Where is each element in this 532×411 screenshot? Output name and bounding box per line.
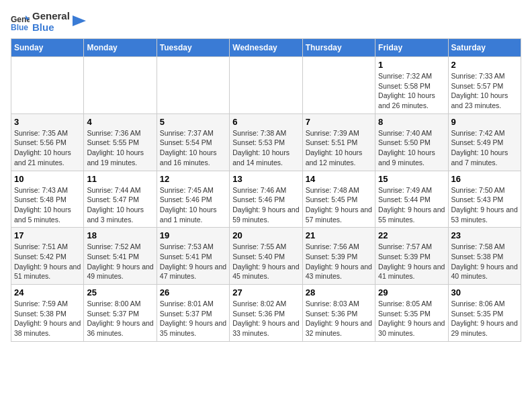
day-info: Sunrise: 7:36 AM Sunset: 5:55 PM Dayligh… <box>87 128 153 168</box>
calendar-cell <box>157 57 229 114</box>
calendar-cell: 21Sunrise: 7:56 AM Sunset: 5:39 PM Dayli… <box>302 228 375 285</box>
calendar-cell: 12Sunrise: 7:45 AM Sunset: 5:46 PM Dayli… <box>157 171 229 228</box>
day-info: Sunrise: 7:53 AM Sunset: 5:41 PM Dayligh… <box>160 242 226 281</box>
calendar-cell: 5Sunrise: 7:37 AM Sunset: 5:54 PM Daylig… <box>157 113 229 171</box>
calendar-cell: 18Sunrise: 7:52 AM Sunset: 5:41 PM Dayli… <box>84 228 157 285</box>
day-number: 28 <box>306 287 372 298</box>
calendar-body: 1Sunrise: 7:32 AM Sunset: 5:58 PM Daylig… <box>11 57 521 342</box>
day-number: 22 <box>378 230 445 240</box>
day-info: Sunrise: 7:56 AM Sunset: 5:39 PM Dayligh… <box>306 242 372 281</box>
day-info: Sunrise: 7:33 AM Sunset: 5:57 PM Dayligh… <box>451 71 518 111</box>
calendar-cell <box>230 57 302 114</box>
calendar-cell: 3Sunrise: 7:35 AM Sunset: 5:56 PM Daylig… <box>11 113 84 171</box>
day-info: Sunrise: 7:32 AM Sunset: 5:58 PM Dayligh… <box>378 71 445 111</box>
calendar-cell: 4Sunrise: 7:36 AM Sunset: 5:55 PM Daylig… <box>84 113 157 171</box>
day-info: Sunrise: 7:40 AM Sunset: 5:50 PM Dayligh… <box>378 128 445 168</box>
day-info: Sunrise: 7:48 AM Sunset: 5:45 PM Dayligh… <box>306 185 372 225</box>
day-number: 18 <box>87 230 153 240</box>
calendar-cell: 14Sunrise: 7:48 AM Sunset: 5:45 PM Dayli… <box>302 171 375 228</box>
day-number: 11 <box>87 174 153 184</box>
day-number: 26 <box>160 287 226 298</box>
day-info: Sunrise: 7:49 AM Sunset: 5:44 PM Dayligh… <box>378 185 445 225</box>
day-number: 21 <box>306 230 372 240</box>
calendar-cell: 11Sunrise: 7:44 AM Sunset: 5:47 PM Dayli… <box>84 171 157 228</box>
calendar-cell: 17Sunrise: 7:51 AM Sunset: 5:42 PM Dayli… <box>11 228 84 285</box>
day-number: 17 <box>14 230 81 240</box>
day-info: Sunrise: 7:43 AM Sunset: 5:48 PM Dayligh… <box>14 185 81 225</box>
calendar-cell: 16Sunrise: 7:50 AM Sunset: 5:43 PM Dayli… <box>448 171 521 228</box>
day-number: 4 <box>87 117 153 127</box>
calendar-week-row: 3Sunrise: 7:35 AM Sunset: 5:56 PM Daylig… <box>11 113 521 171</box>
calendar-cell: 6Sunrise: 7:38 AM Sunset: 5:53 PM Daylig… <box>230 113 302 171</box>
calendar-cell <box>11 57 84 114</box>
day-number: 14 <box>306 174 372 184</box>
weekday-header: Tuesday <box>157 39 229 57</box>
day-number: 30 <box>451 287 518 298</box>
logo-icon: General Blue <box>11 13 30 32</box>
day-number: 5 <box>160 117 226 127</box>
logo: General Blue General Blue <box>11 11 86 33</box>
day-info: Sunrise: 8:01 AM Sunset: 5:37 PM Dayligh… <box>160 299 226 338</box>
weekday-header: Wednesday <box>230 39 302 57</box>
calendar-cell: 13Sunrise: 7:46 AM Sunset: 5:46 PM Dayli… <box>230 171 302 228</box>
day-number: 25 <box>87 287 153 298</box>
calendar-cell: 15Sunrise: 7:49 AM Sunset: 5:44 PM Dayli… <box>375 171 448 228</box>
calendar-cell: 25Sunrise: 8:00 AM Sunset: 5:37 PM Dayli… <box>84 285 157 342</box>
day-info: Sunrise: 7:45 AM Sunset: 5:46 PM Dayligh… <box>160 185 226 225</box>
day-info: Sunrise: 7:57 AM Sunset: 5:39 PM Dayligh… <box>378 242 445 281</box>
day-info: Sunrise: 7:35 AM Sunset: 5:56 PM Dayligh… <box>14 128 81 168</box>
day-info: Sunrise: 7:59 AM Sunset: 5:38 PM Dayligh… <box>14 299 81 338</box>
calendar-week-row: 17Sunrise: 7:51 AM Sunset: 5:42 PM Dayli… <box>11 228 521 285</box>
day-info: Sunrise: 7:55 AM Sunset: 5:40 PM Dayligh… <box>232 242 299 281</box>
calendar-cell: 30Sunrise: 8:06 AM Sunset: 5:35 PM Dayli… <box>448 285 521 342</box>
day-number: 16 <box>451 174 518 184</box>
day-info: Sunrise: 7:46 AM Sunset: 5:46 PM Dayligh… <box>232 185 299 225</box>
calendar-cell: 9Sunrise: 7:42 AM Sunset: 5:49 PM Daylig… <box>448 113 521 171</box>
day-number: 9 <box>451 117 518 127</box>
weekday-header: Thursday <box>302 39 375 57</box>
calendar-week-row: 10Sunrise: 7:43 AM Sunset: 5:48 PM Dayli… <box>11 171 521 228</box>
calendar-week-row: 24Sunrise: 7:59 AM Sunset: 5:38 PM Dayli… <box>11 285 521 342</box>
calendar-cell: 27Sunrise: 8:02 AM Sunset: 5:36 PM Dayli… <box>230 285 302 342</box>
day-number: 7 <box>306 117 372 127</box>
day-info: Sunrise: 7:37 AM Sunset: 5:54 PM Dayligh… <box>160 128 226 168</box>
calendar-cell: 20Sunrise: 7:55 AM Sunset: 5:40 PM Dayli… <box>230 228 302 285</box>
day-number: 20 <box>232 230 299 240</box>
calendar-cell: 1Sunrise: 7:32 AM Sunset: 5:58 PM Daylig… <box>375 57 448 114</box>
day-info: Sunrise: 7:50 AM Sunset: 5:43 PM Dayligh… <box>451 185 518 225</box>
calendar-cell: 19Sunrise: 7:53 AM Sunset: 5:41 PM Dayli… <box>157 228 229 285</box>
calendar-cell <box>84 57 157 114</box>
calendar-cell: 29Sunrise: 8:05 AM Sunset: 5:35 PM Dayli… <box>375 285 448 342</box>
day-number: 8 <box>378 117 445 127</box>
weekday-header: Friday <box>375 39 448 57</box>
day-number: 24 <box>14 287 81 298</box>
day-number: 29 <box>378 287 445 298</box>
calendar-table: SundayMondayTuesdayWednesdayThursdayFrid… <box>11 38 521 342</box>
calendar-cell: 28Sunrise: 8:03 AM Sunset: 5:36 PM Dayli… <box>302 285 375 342</box>
day-info: Sunrise: 8:02 AM Sunset: 5:36 PM Dayligh… <box>232 299 299 338</box>
weekday-header: Sunday <box>11 39 84 57</box>
day-info: Sunrise: 8:00 AM Sunset: 5:37 PM Dayligh… <box>87 299 153 338</box>
day-number: 12 <box>160 174 226 184</box>
calendar-header-row: SundayMondayTuesdayWednesdayThursdayFrid… <box>11 39 521 57</box>
day-info: Sunrise: 8:06 AM Sunset: 5:35 PM Dayligh… <box>451 299 518 338</box>
weekday-header: Monday <box>84 39 157 57</box>
calendar-cell: 8Sunrise: 7:40 AM Sunset: 5:50 PM Daylig… <box>375 113 448 171</box>
calendar-week-row: 1Sunrise: 7:32 AM Sunset: 5:58 PM Daylig… <box>11 57 521 114</box>
calendar-cell <box>302 57 375 114</box>
day-number: 6 <box>232 117 299 127</box>
svg-marker-3 <box>73 15 86 26</box>
calendar-cell: 22Sunrise: 7:57 AM Sunset: 5:39 PM Dayli… <box>375 228 448 285</box>
day-info: Sunrise: 7:38 AM Sunset: 5:53 PM Dayligh… <box>232 128 299 168</box>
calendar-cell: 26Sunrise: 8:01 AM Sunset: 5:37 PM Dayli… <box>157 285 229 342</box>
day-info: Sunrise: 7:39 AM Sunset: 5:51 PM Dayligh… <box>306 128 372 168</box>
calendar-cell: 10Sunrise: 7:43 AM Sunset: 5:48 PM Dayli… <box>11 171 84 228</box>
day-number: 1 <box>378 60 445 70</box>
day-info: Sunrise: 7:51 AM Sunset: 5:42 PM Dayligh… <box>14 242 81 281</box>
day-number: 13 <box>232 174 299 184</box>
day-info: Sunrise: 7:42 AM Sunset: 5:49 PM Dayligh… <box>451 128 518 168</box>
day-info: Sunrise: 7:44 AM Sunset: 5:47 PM Dayligh… <box>87 185 153 225</box>
day-info: Sunrise: 8:03 AM Sunset: 5:36 PM Dayligh… <box>306 299 372 338</box>
day-number: 3 <box>14 117 81 127</box>
day-number: 19 <box>160 230 226 240</box>
